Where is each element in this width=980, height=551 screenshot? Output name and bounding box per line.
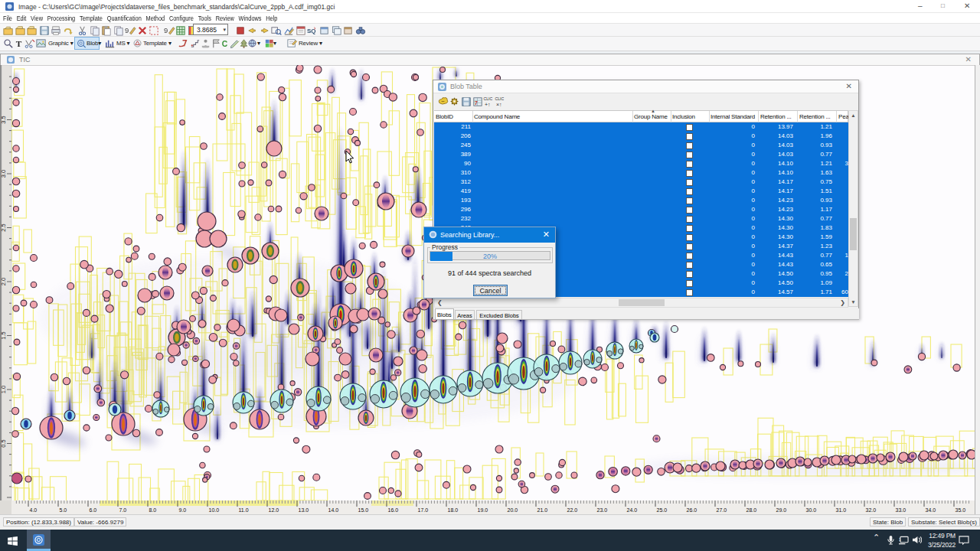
svg-text:3.5: 3.5 — [0, 116, 7, 123]
svg-text:28.0: 28.0 — [746, 507, 757, 513]
svg-text:27.0: 27.0 — [717, 507, 727, 513]
svg-text:8.0: 8.0 — [149, 507, 157, 513]
svg-text:0.5: 0.5 — [0, 439, 7, 447]
svg-text:21.0: 21.0 — [537, 507, 548, 513]
svg-text:CLIC: CLIC — [483, 96, 492, 101]
svg-text:1: 1 — [899, 538, 901, 542]
svg-text:3.0: 3.0 — [0, 170, 7, 178]
svg-text:1.5: 1.5 — [0, 331, 7, 339]
svg-text:CLIC: CLIC — [495, 96, 504, 101]
svg-text:6.0: 6.0 — [90, 507, 97, 513]
svg-text:5.0: 5.0 — [60, 507, 67, 513]
svg-text:35.0: 35.0 — [956, 507, 966, 513]
svg-text:20.0: 20.0 — [508, 507, 518, 513]
svg-text:26.0: 26.0 — [687, 507, 697, 513]
svg-text:SQ: SQ — [307, 28, 316, 34]
svg-text:22.0: 22.0 — [567, 507, 578, 513]
svg-text:17.0: 17.0 — [418, 507, 429, 513]
svg-text:T: T — [16, 39, 22, 48]
svg-text:2.5: 2.5 — [0, 223, 7, 231]
svg-text:10.0: 10.0 — [209, 507, 220, 513]
svg-text:33.0: 33.0 — [896, 507, 906, 513]
svg-text:32.0: 32.0 — [866, 507, 877, 513]
svg-text:7.0: 7.0 — [119, 507, 127, 513]
svg-text:13.0: 13.0 — [299, 507, 309, 513]
svg-text:×↑: ×↑ — [496, 102, 502, 107]
svg-text:+↑: +↑ — [485, 102, 491, 107]
svg-text:23.0: 23.0 — [597, 507, 608, 513]
svg-text:9: 9 — [125, 26, 129, 34]
svg-text:14.0: 14.0 — [328, 507, 339, 513]
svg-text:11.0: 11.0 — [239, 507, 249, 513]
svg-text:9.0: 9.0 — [179, 507, 187, 513]
svg-text:1.0: 1.0 — [0, 386, 7, 393]
svg-text:16.0: 16.0 — [388, 507, 399, 513]
svg-text:29.0: 29.0 — [776, 507, 787, 513]
svg-text:24.0: 24.0 — [627, 507, 638, 513]
svg-text:31.0: 31.0 — [836, 507, 847, 513]
svg-text:19.0: 19.0 — [478, 507, 488, 513]
svg-text:30.0: 30.0 — [806, 507, 817, 513]
svg-text:2.0: 2.0 — [0, 278, 7, 285]
svg-text:4.0: 4.0 — [30, 507, 38, 513]
svg-text:12.0: 12.0 — [269, 507, 279, 513]
svg-text:18.0: 18.0 — [448, 507, 459, 513]
svg-text:9: 9 — [163, 26, 167, 34]
svg-text:25.0: 25.0 — [657, 507, 668, 513]
svg-text:C: C — [222, 40, 228, 48]
svg-text:34.0: 34.0 — [926, 507, 936, 513]
svg-text:15.0: 15.0 — [358, 507, 369, 513]
svg-text:7: 7 — [475, 99, 478, 106]
